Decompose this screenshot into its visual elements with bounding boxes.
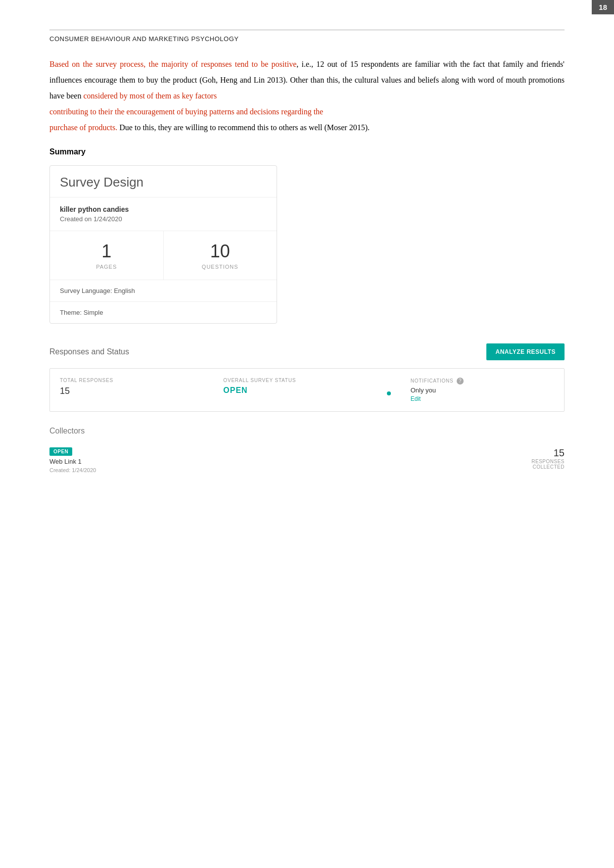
doc-header: CONSUMER BEHAVIOUR AND MARKETING PSYCHOL… [49, 30, 565, 43]
red-text-2: considered by most of them as key factor… [83, 92, 217, 100]
notifications-col: NOTIFICATIONS ? Only you Edit [411, 378, 554, 402]
open-badge: OPEN [49, 447, 72, 456]
total-responses-label: TOTAL RESPONSES [60, 378, 203, 383]
survey-design-card: Survey Design killer python candies Crea… [49, 165, 277, 324]
questions-label: QUESTIONS [174, 264, 267, 270]
survey-language: Survey Language: English [50, 280, 277, 302]
collector-count: 15 [554, 447, 565, 458]
survey-stat-questions: 10 QUESTIONS [164, 231, 277, 280]
language-label: Survey Language: [60, 287, 112, 294]
survey-stat-pages: 1 PAGES [50, 231, 164, 280]
notifications-edit-link[interactable]: Edit [411, 395, 554, 402]
survey-created: Created on 1/24/2020 [60, 215, 267, 223]
questions-count: 10 [174, 241, 267, 262]
total-responses-value: 15 [60, 386, 70, 396]
responses-header: Responses and Status ANALYZE RESULTS [49, 343, 565, 360]
theme-value: Simple [84, 309, 103, 316]
info-icon: ? [457, 378, 464, 385]
total-responses-col: TOTAL RESPONSES 15 [60, 378, 203, 396]
collector-created: Created: 1/24/2020 [49, 467, 96, 473]
dot-separator [387, 391, 391, 395]
pages-label: PAGES [60, 264, 153, 270]
page-container: 18 CONSUMER BEHAVIOUR AND MARKETING PSYC… [0, 0, 614, 508]
responses-title: Responses and Status [49, 347, 129, 356]
red-text-3: contributing to their the encouragement … [49, 107, 323, 116]
collector-name: Web Link 1 [49, 458, 96, 465]
survey-design-title: Survey Design [50, 166, 277, 197]
collector-responses-label: RESPONSES [531, 459, 565, 464]
responses-card: TOTAL RESPONSES 15 OVERALL SURVEY STATUS… [49, 368, 565, 412]
black-text-2: Due to this, they are willing to recomme… [119, 123, 370, 132]
language-value: English [114, 287, 135, 294]
collector-right: 15 RESPONSES COLLECTED [531, 447, 565, 470]
collector-left: OPEN Web Link 1 Created: 1/24/2020 [49, 447, 96, 473]
responses-section: Responses and Status ANALYZE RESULTS TOT… [49, 343, 565, 412]
survey-stats: 1 PAGES 10 QUESTIONS [50, 231, 277, 280]
theme-label: Theme: [60, 309, 82, 316]
page-number: 18 [592, 0, 614, 14]
survey-name: killer python candies [60, 205, 267, 213]
collectors-title: Collectors [49, 427, 565, 435]
collector-item: OPEN Web Link 1 Created: 1/24/2020 15 RE… [49, 442, 565, 478]
overall-status-value: OPEN [223, 386, 247, 394]
summary-heading: Summary [49, 147, 565, 156]
notifications-label: NOTIFICATIONS ? [411, 378, 554, 385]
collector-collected-label: COLLECTED [531, 464, 565, 470]
red-text-1: Based on the survey process, the majorit… [49, 60, 296, 68]
analyze-results-button[interactable]: ANALYZE RESULTS [486, 343, 565, 360]
survey-theme: Theme: Simple [50, 302, 277, 323]
survey-info-block: killer python candies Created on 1/24/20… [50, 197, 277, 231]
pages-count: 1 [60, 241, 153, 262]
overall-status-col: OVERALL SURVEY STATUS OPEN [223, 378, 367, 395]
notifications-value: Only you [411, 386, 554, 394]
red-text-4: purchase of products. [49, 123, 117, 132]
overall-status-label: OVERALL SURVEY STATUS [223, 378, 367, 383]
collectors-section: Collectors OPEN Web Link 1 Created: 1/24… [49, 427, 565, 478]
body-paragraph: Based on the survey process, the majorit… [49, 56, 565, 136]
